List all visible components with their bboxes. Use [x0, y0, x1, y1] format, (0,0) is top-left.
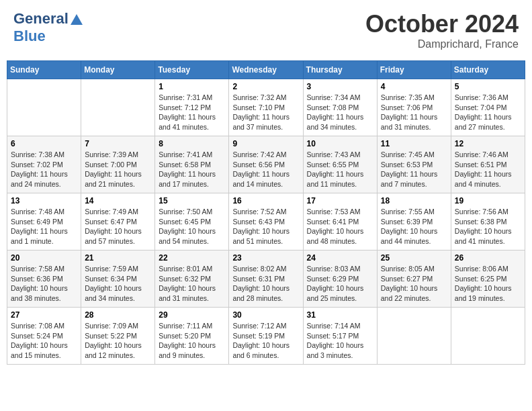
cell-sunrise: Sunrise: 7:55 AM [381, 208, 435, 216]
cell-sunset: Sunset: 6:58 PM [159, 161, 211, 169]
calendar-cell [81, 79, 155, 136]
calendar-cell: 27 Sunrise: 7:08 AM Sunset: 5:24 PM Dayl… [7, 308, 81, 365]
cell-sunrise: Sunrise: 7:59 AM [85, 265, 138, 273]
cell-day-number: 3 [307, 82, 373, 91]
cell-sunrise: Sunrise: 8:01 AM [159, 265, 212, 273]
cell-sunset: Sunset: 7:08 PM [307, 103, 359, 111]
cell-daylight: Daylight: 10 hours and 57 minutes. [85, 227, 142, 245]
calendar-cell: 20 Sunrise: 7:58 AM Sunset: 6:36 PM Dayl… [7, 250, 81, 308]
cell-day-number: 14 [85, 196, 151, 205]
column-header-tuesday: Tuesday [155, 61, 229, 79]
cell-day-number: 21 [85, 253, 151, 263]
calendar-location: Damprichard, France [365, 38, 519, 50]
cell-day-number: 17 [307, 196, 373, 205]
calendar-cell: 13 Sunrise: 7:48 AM Sunset: 6:49 PM Dayl… [7, 193, 81, 250]
column-header-friday: Friday [377, 61, 451, 79]
calendar-table: SundayMondayTuesdayWednesdayThursdayFrid… [7, 60, 525, 365]
calendar-cell: 15 Sunrise: 7:50 AM Sunset: 6:45 PM Dayl… [155, 193, 229, 250]
cell-sunrise: Sunrise: 7:53 AM [307, 208, 361, 216]
calendar-cell: 7 Sunrise: 7:39 AM Sunset: 7:00 PM Dayli… [81, 136, 155, 193]
calendar-cell: 26 Sunrise: 8:06 AM Sunset: 6:25 PM Dayl… [451, 250, 525, 308]
cell-daylight: Daylight: 11 hours and 7 minutes. [381, 170, 438, 188]
cell-sunrise: Sunrise: 7:35 AM [381, 93, 435, 101]
cell-daylight: Daylight: 11 hours and 11 minutes. [307, 170, 364, 188]
calendar-cell: 22 Sunrise: 8:01 AM Sunset: 6:32 PM Dayl… [155, 250, 229, 308]
cell-day-number: 25 [381, 253, 447, 263]
cell-daylight: Daylight: 10 hours and 28 minutes. [232, 284, 290, 302]
cell-day-number: 7 [85, 139, 151, 148]
cell-sunset: Sunset: 6:55 PM [307, 161, 359, 169]
cell-daylight: Daylight: 10 hours and 48 minutes. [307, 227, 364, 245]
cell-sunset: Sunset: 6:43 PM [232, 218, 285, 226]
cell-daylight: Daylight: 10 hours and 54 minutes. [159, 227, 216, 245]
cell-sunrise: Sunrise: 7:45 AM [381, 150, 435, 158]
cell-day-number: 23 [232, 253, 299, 263]
cell-sunset: Sunset: 6:36 PM [11, 275, 63, 283]
cell-sunrise: Sunrise: 7:08 AM [11, 322, 64, 330]
cell-sunrise: Sunrise: 7:42 AM [232, 150, 286, 158]
cell-sunset: Sunset: 6:34 PM [85, 275, 137, 283]
cell-day-number: 18 [381, 196, 447, 205]
cell-sunrise: Sunrise: 7:34 AM [307, 93, 361, 101]
cell-day-number: 24 [307, 253, 373, 263]
cell-sunset: Sunset: 6:29 PM [307, 275, 359, 283]
calendar-week-row: 20 Sunrise: 7:58 AM Sunset: 6:36 PM Dayl… [7, 250, 525, 308]
calendar-week-row: 1 Sunrise: 7:31 AM Sunset: 7:12 PM Dayli… [7, 79, 525, 136]
cell-sunrise: Sunrise: 7:49 AM [85, 208, 138, 216]
cell-sunset: Sunset: 7:02 PM [11, 161, 63, 169]
cell-day-number: 5 [455, 82, 521, 91]
cell-sunset: Sunset: 6:47 PM [85, 218, 137, 226]
cell-sunset: Sunset: 6:49 PM [11, 218, 63, 226]
calendar-cell: 30 Sunrise: 7:12 AM Sunset: 5:19 PM Dayl… [229, 308, 303, 365]
calendar-cell: 19 Sunrise: 7:56 AM Sunset: 6:38 PM Dayl… [451, 193, 525, 250]
column-header-thursday: Thursday [303, 61, 377, 79]
cell-sunrise: Sunrise: 7:14 AM [307, 322, 361, 330]
cell-daylight: Daylight: 10 hours and 34 minutes. [85, 284, 142, 302]
cell-sunset: Sunset: 7:12 PM [159, 103, 211, 111]
cell-daylight: Daylight: 10 hours and 19 minutes. [455, 284, 512, 302]
cell-sunset: Sunset: 5:19 PM [232, 332, 285, 340]
calendar-cell: 21 Sunrise: 7:59 AM Sunset: 6:34 PM Dayl… [81, 250, 155, 308]
cell-sunset: Sunset: 7:04 PM [455, 103, 507, 111]
calendar-week-row: 13 Sunrise: 7:48 AM Sunset: 6:49 PM Dayl… [7, 193, 525, 250]
cell-sunrise: Sunrise: 8:06 AM [455, 265, 508, 273]
cell-sunrise: Sunrise: 7:09 AM [85, 322, 138, 330]
calendar-cell: 24 Sunrise: 8:03 AM Sunset: 6:29 PM Dayl… [303, 250, 377, 308]
cell-daylight: Daylight: 11 hours and 34 minutes. [307, 113, 364, 131]
cell-day-number: 1 [159, 82, 225, 91]
cell-sunset: Sunset: 5:24 PM [11, 332, 63, 340]
cell-day-number: 15 [159, 196, 225, 205]
cell-day-number: 16 [232, 196, 299, 205]
cell-sunrise: Sunrise: 7:39 AM [85, 150, 138, 158]
calendar-cell: 9 Sunrise: 7:42 AM Sunset: 6:56 PM Dayli… [229, 136, 303, 193]
cell-day-number: 11 [381, 139, 447, 148]
cell-day-number: 26 [455, 253, 521, 263]
cell-day-number: 30 [232, 310, 299, 320]
calendar-title: October 2024 [365, 10, 519, 38]
calendar-cell [7, 79, 81, 136]
calendar-cell: 3 Sunrise: 7:34 AM Sunset: 7:08 PM Dayli… [303, 79, 377, 136]
cell-daylight: Daylight: 10 hours and 9 minutes. [159, 341, 216, 359]
cell-daylight: Daylight: 10 hours and 6 minutes. [232, 341, 290, 359]
cell-day-number: 4 [381, 82, 447, 91]
title-block: October 2024 Damprichard, France [365, 10, 519, 50]
cell-daylight: Daylight: 10 hours and 22 minutes. [381, 284, 438, 302]
cell-day-number: 22 [159, 253, 225, 263]
cell-sunset: Sunset: 6:39 PM [381, 218, 433, 226]
cell-day-number: 10 [307, 139, 373, 148]
logo: General Blue [13, 10, 83, 45]
calendar-cell: 31 Sunrise: 7:14 AM Sunset: 5:17 PM Dayl… [303, 308, 377, 365]
cell-sunset: Sunset: 5:20 PM [159, 332, 211, 340]
cell-day-number: 2 [232, 82, 299, 91]
cell-sunset: Sunset: 6:56 PM [232, 161, 285, 169]
cell-daylight: Daylight: 11 hours and 37 minutes. [232, 113, 290, 131]
calendar-cell: 1 Sunrise: 7:31 AM Sunset: 7:12 PM Dayli… [155, 79, 229, 136]
calendar-cell: 6 Sunrise: 7:38 AM Sunset: 7:02 PM Dayli… [7, 136, 81, 193]
calendar-week-row: 6 Sunrise: 7:38 AM Sunset: 7:02 PM Dayli… [7, 136, 525, 193]
cell-daylight: Daylight: 10 hours and 41 minutes. [455, 227, 512, 245]
cell-daylight: Daylight: 10 hours and 15 minutes. [11, 341, 68, 359]
logo-triangle-icon [71, 14, 83, 25]
calendar-cell: 5 Sunrise: 7:36 AM Sunset: 7:04 PM Dayli… [451, 79, 525, 136]
cell-sunrise: Sunrise: 7:48 AM [11, 208, 64, 216]
cell-day-number: 20 [11, 253, 77, 263]
